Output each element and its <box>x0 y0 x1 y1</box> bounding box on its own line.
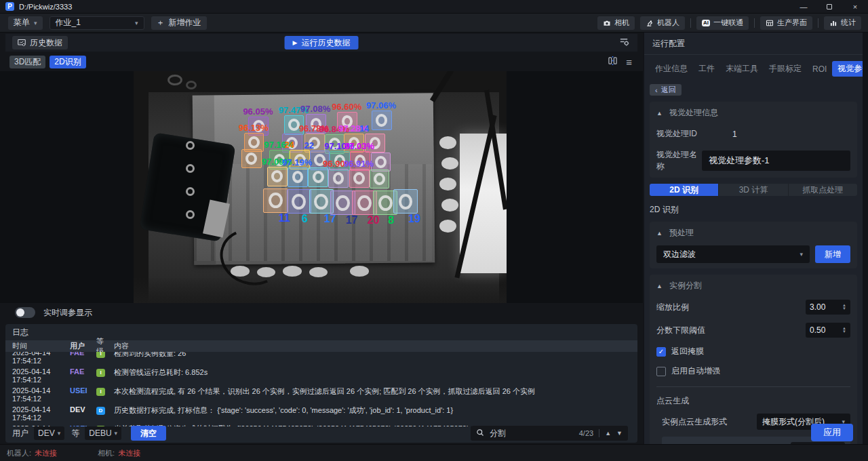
left-panel: 历史数据 ▶ 运行历史数据 3D匹配2D识别 ≡ <box>0 33 643 444</box>
scale-input[interactable]: 3.00 ▲▼ <box>806 300 850 315</box>
collapse-icon[interactable]: ▲ <box>656 283 663 289</box>
menubar-button-camera[interactable]: 相机 <box>597 16 635 30</box>
plus-icon: ＋ <box>157 17 165 28</box>
job-select[interactable]: 作业_1 ▾ <box>50 16 144 30</box>
history-data-button[interactable]: 历史数据 <box>12 36 68 49</box>
menubar-button-robot[interactable]: 机器人 <box>640 16 685 30</box>
menubar-button-grid[interactable]: 生产界面 <box>760 16 812 30</box>
menu-dropdown[interactable]: 菜单 ▾ <box>8 16 43 30</box>
detection-box[interactable] <box>370 169 390 189</box>
detection-box[interactable]: 97.06% <box>372 111 392 130</box>
collapse-icon[interactable]: ▲ <box>656 230 663 237</box>
detection-box[interactable] <box>308 167 328 187</box>
config-tab-作业信息[interactable]: 作业信息 <box>650 61 693 77</box>
photo-part <box>283 266 302 276</box>
detection-box[interactable]: 96.91% <box>349 169 370 188</box>
filter-select[interactable]: 双边滤波 ▾ <box>656 245 810 263</box>
back-button[interactable]: ‹ 返回 <box>650 84 682 96</box>
config-tab-末端工具[interactable]: 末端工具 <box>720 61 764 77</box>
viewer-tab-2D识别[interactable]: 2D识别 <box>50 56 85 68</box>
search-input[interactable] <box>490 428 574 438</box>
detection-box[interactable]: 96.90% <box>328 169 349 188</box>
section-2d-label: 2D 识别 <box>650 204 863 216</box>
add-filter-button[interactable]: 新增 <box>815 245 850 263</box>
next-match-icon[interactable]: ▼ <box>616 430 623 437</box>
detection-box[interactable]: 19 <box>393 189 418 214</box>
detection-box[interactable]: 6 <box>287 189 311 214</box>
realtime-tuning-toggle[interactable] <box>15 307 35 318</box>
title-bar: P D:/Pickwiz/3333 — × <box>0 0 868 14</box>
user-filter-select[interactable]: DEV ▾ <box>34 426 64 440</box>
menubar-button-stats[interactable]: 统计 <box>824 16 861 30</box>
collapse-icon[interactable]: ▲ <box>656 110 663 117</box>
viewer-tab-3D匹配[interactable]: 3D匹配 <box>9 56 45 68</box>
detection-label: 96.13% <box>239 123 269 132</box>
config-tab-ROI[interactable]: ROI <box>807 62 832 76</box>
ai-icon: AI <box>702 20 710 26</box>
photo-part <box>441 199 458 212</box>
log-time: 2025-04-14 17:54:12 <box>5 386 63 403</box>
flip-view-icon[interactable] <box>608 56 618 68</box>
detection-label: 22 <box>304 141 314 150</box>
detection-box[interactable]: 17 <box>330 191 355 215</box>
config-tab-bar: 作业信息工件末端工具手眼标定ROI视觉参数 <box>650 61 857 77</box>
view-menu-icon[interactable]: ≡ <box>626 57 632 67</box>
apply-button[interactable]: 应用 <box>811 424 853 441</box>
close-button[interactable]: × <box>842 0 868 13</box>
col-content: 内容 <box>107 341 637 351</box>
chevron-down-icon: ▾ <box>115 430 118 437</box>
separator <box>599 429 599 437</box>
menubar-button-label: 一键联通 <box>713 18 743 28</box>
clear-log-button[interactable]: 清空 <box>131 426 166 441</box>
log-filter-settings-icon[interactable] <box>619 37 629 49</box>
menubar-button-ai[interactable]: AI一键联通 <box>696 16 749 30</box>
log-row[interactable]: 2025-04-14 17:54:12DEVD历史数据打标完成, 打标信息： {… <box>5 403 637 422</box>
menubar-button-label: 生产界面 <box>777 18 807 28</box>
spinner-icon[interactable]: ▲▼ <box>842 304 846 310</box>
prev-match-icon[interactable]: ▲ <box>605 430 611 437</box>
auto-augment-checkbox[interactable] <box>656 367 666 376</box>
camera-icon <box>603 19 611 27</box>
photo-part <box>439 220 456 233</box>
config-tab-视觉参数[interactable]: 视觉参数 <box>832 61 863 77</box>
camera-image[interactable]: 96.05%97.47%97.08%96.60%97.06%96.13%96.7… <box>134 71 507 303</box>
vision-name-input[interactable]: 视觉处理参数-1 <box>702 151 850 171</box>
separator <box>754 18 755 28</box>
detection-label: 97.03% <box>344 142 374 151</box>
detection-box[interactable]: 17 <box>309 189 334 214</box>
log-user: FAE <box>63 367 90 376</box>
minimize-button[interactable]: — <box>791 0 816 13</box>
robot-status-label: 机器人: <box>7 448 31 458</box>
detection-box[interactable]: 97.19% <box>288 167 308 187</box>
mode-tab-3D 计算[interactable]: 3D 计算 <box>719 184 788 196</box>
window-title: D:/Pickwiz/3333 <box>19 3 72 11</box>
new-job-button[interactable]: ＋ 新增作业 <box>151 16 207 30</box>
log-row[interactable]: 2025-04-14 17:54:12FAEI检测管线运行总耗时: 6.852s <box>5 365 637 384</box>
log-level: I <box>90 386 107 396</box>
return-mask-checkbox[interactable]: ✓ <box>656 347 666 357</box>
mode-tab-抓取点处理[interactable]: 抓取点处理 <box>789 184 857 196</box>
log-header: 时间 用户 等级 内容 <box>5 340 637 352</box>
mode-tab-2D 识别[interactable]: 2D 识别 <box>650 184 719 196</box>
log-row[interactable]: 2025-04-14 17:54:12FAEI检测到的实例数量: 26 <box>5 352 637 365</box>
job-select-value: 作业_1 <box>56 17 81 28</box>
photo-clutter <box>186 81 197 89</box>
detection-box[interactable] <box>241 149 262 169</box>
score-threshold-input[interactable]: 0.50 ▲▼ <box>806 323 850 338</box>
score-threshold-value: 0.50 <box>810 325 825 335</box>
detection-label: 96.05% <box>243 107 273 116</box>
config-tab-工件[interactable]: 工件 <box>693 61 720 77</box>
detection-box[interactable]: 97.09% <box>267 167 288 186</box>
search-icon <box>476 428 484 439</box>
back-label: 返回 <box>661 85 676 95</box>
detection-box[interactable]: 11 <box>263 188 288 213</box>
photo-part <box>231 266 250 276</box>
photo-vignette <box>134 277 507 303</box>
maximize-button[interactable] <box>816 0 842 13</box>
spinner-icon[interactable]: ▲▼ <box>842 327 846 334</box>
level-filter-select[interactable]: DEBU ▾ <box>85 426 121 440</box>
config-tab-手眼标定[interactable]: 手眼标定 <box>764 61 807 77</box>
run-history-button[interactable]: ▶ 运行历史数据 <box>285 36 359 49</box>
photo-part <box>441 157 458 170</box>
log-row[interactable]: 2025-04-14 17:54:12USEII本次检测流程完成, 有 26 个… <box>5 384 637 403</box>
